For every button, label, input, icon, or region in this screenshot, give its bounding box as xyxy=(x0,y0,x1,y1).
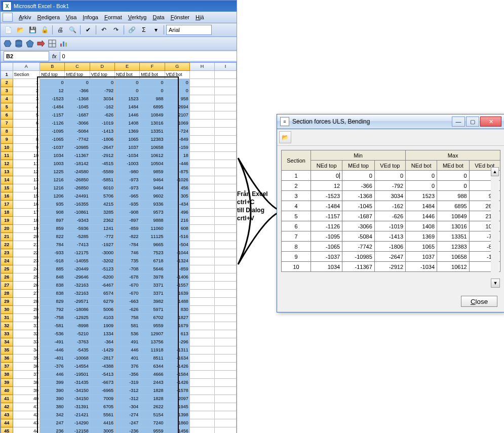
cell[interactable]: -2817 xyxy=(90,355,114,363)
cell[interactable]: 1037 xyxy=(114,144,139,152)
cell[interactable] xyxy=(189,346,214,355)
dlg-section-cell[interactable]: 10 xyxy=(282,262,311,272)
cell[interactable] xyxy=(215,103,237,111)
cell[interactable]: 37 xyxy=(13,371,40,379)
dlg-data-cell[interactable]: 988 xyxy=(437,191,470,201)
cell[interactable]: VEd top xyxy=(90,71,114,79)
row-header-10[interactable]: 10 xyxy=(1,144,13,152)
cell[interactable]: 6010 xyxy=(90,184,114,192)
cell[interactable]: -980 xyxy=(114,168,139,176)
cell[interactable]: 2443 xyxy=(140,379,165,387)
cell[interactable]: -3202 xyxy=(90,257,114,265)
cell[interactable] xyxy=(189,249,214,257)
cell[interactable]: 9559 xyxy=(140,322,165,330)
cell[interactable]: 19 xyxy=(13,225,40,233)
row-header-31[interactable]: 31 xyxy=(1,314,13,322)
cell[interactable] xyxy=(215,419,237,427)
dlg-data-cell[interactable]: -1095 xyxy=(311,231,342,242)
cell[interactable]: -2647 xyxy=(90,144,114,152)
cell[interactable]: 1909 xyxy=(90,322,114,330)
cell[interactable]: 9888 xyxy=(140,217,165,225)
row-header-1[interactable]: 1 xyxy=(1,71,13,79)
cell[interactable] xyxy=(189,120,214,128)
dlg-data-cell[interactable]: 10849 xyxy=(437,211,470,221)
cell[interactable]: -536 xyxy=(40,330,65,338)
dlg-data-cell[interactable]: -792 xyxy=(374,181,405,191)
dlg-data-cell[interactable]: -1413 xyxy=(374,231,405,242)
save-icon[interactable]: 💾 xyxy=(27,24,38,35)
cell[interactable]: 2107 xyxy=(165,111,189,120)
row-header-14[interactable]: 14 xyxy=(1,176,13,184)
dlg-section-cell[interactable]: 7 xyxy=(282,231,311,242)
cell[interactable]: -12925 xyxy=(65,314,90,322)
cell[interactable] xyxy=(189,136,214,144)
dlg-data-cell[interactable]: 0 xyxy=(406,171,437,181)
cell[interactable]: 13351 xyxy=(140,128,165,136)
dlg-data-cell[interactable]: -366 xyxy=(342,181,375,191)
cell[interactable]: NEd bot xyxy=(114,71,139,79)
cell[interactable]: 0 xyxy=(140,79,165,87)
cell[interactable]: 1206 xyxy=(40,192,65,201)
cell[interactable]: 1860 xyxy=(165,419,189,427)
shape-grid-icon[interactable] xyxy=(47,38,57,49)
menu-fönster[interactable]: Fönster xyxy=(168,13,192,21)
cell[interactable]: 40 xyxy=(13,395,40,403)
cell[interactable]: 0 xyxy=(90,79,114,87)
dlg-data-cell[interactable]: 0 xyxy=(406,181,437,191)
cell[interactable]: -1311 xyxy=(165,346,189,355)
cell[interactable]: MEd top xyxy=(65,71,90,79)
row-header-29[interactable]: 29 xyxy=(1,298,13,306)
cell[interactable] xyxy=(189,290,214,298)
row-header-4[interactable]: 4 xyxy=(1,95,13,103)
menu-format[interactable]: Format xyxy=(101,13,125,21)
cell[interactable]: 38 xyxy=(13,379,40,387)
cell[interactable]: -6965 xyxy=(90,387,114,395)
cell[interactable]: -14554 xyxy=(65,363,90,371)
dlg-data-cell[interactable]: 13016 xyxy=(437,221,470,231)
dlg-data-cell[interactable]: -1523 xyxy=(311,191,342,201)
cell[interactable] xyxy=(189,160,214,168)
cell[interactable]: 390 xyxy=(40,395,65,403)
cell[interactable]: -581 xyxy=(40,322,65,330)
row-header-3[interactable]: 3 xyxy=(1,87,13,95)
cell[interactable] xyxy=(189,192,214,201)
cell[interactable]: 6344 xyxy=(140,363,165,371)
cell[interactable]: 3 xyxy=(13,95,40,103)
cell[interactable]: -29646 xyxy=(65,273,90,282)
cell[interactable] xyxy=(189,411,214,419)
menu-arkiv[interactable]: Arkiv xyxy=(16,13,34,21)
cell[interactable]: 12 xyxy=(13,168,40,176)
cell[interactable] xyxy=(189,338,214,346)
cell[interactable]: -1413 xyxy=(90,128,114,136)
cell[interactable]: 4666 xyxy=(140,371,165,379)
cell[interactable]: 3978 xyxy=(140,273,165,282)
close-button[interactable]: Close xyxy=(461,296,497,307)
cell[interactable]: 1241 xyxy=(90,225,114,233)
cell[interactable] xyxy=(189,87,214,95)
excel-grid[interactable]: ABCDEFGHI1SectionNEd topMEd topVEd topNE… xyxy=(1,62,237,433)
cell[interactable]: 1034 xyxy=(40,152,65,160)
dlg-data-cell[interactable]: -1065 xyxy=(311,242,342,252)
cell[interactable]: 446 xyxy=(40,371,65,379)
cell[interactable]: 1225 xyxy=(40,168,65,176)
cell[interactable] xyxy=(189,273,214,282)
cell[interactable]: 3005 xyxy=(90,427,114,434)
cell[interactable]: -792 xyxy=(90,87,114,95)
dlg-section-cell[interactable]: 8 xyxy=(282,242,311,252)
cell[interactable]: -304 xyxy=(114,403,139,411)
row-header-43[interactable]: 43 xyxy=(1,411,13,419)
cell[interactable] xyxy=(215,395,237,403)
dlg-data-cell[interactable]: -1019 xyxy=(374,221,405,231)
cell[interactable]: -446 xyxy=(165,160,189,168)
cell[interactable]: 11125 xyxy=(140,233,165,241)
cell[interactable]: 1003 xyxy=(40,160,65,168)
cell[interactable]: -504 xyxy=(165,241,189,249)
minimize-button[interactable]: — xyxy=(452,116,465,127)
scroll-down-icon[interactable]: ▼ xyxy=(491,279,500,288)
scroll-up-icon[interactable]: ▲ xyxy=(491,167,499,176)
cell[interactable]: 2 xyxy=(13,87,40,95)
cell[interactable]: -159 xyxy=(165,144,189,152)
cell[interactable]: 9559 xyxy=(140,427,165,434)
cell[interactable]: 822 xyxy=(40,233,65,241)
menu-verktyg[interactable]: Verktyg xyxy=(125,13,150,21)
